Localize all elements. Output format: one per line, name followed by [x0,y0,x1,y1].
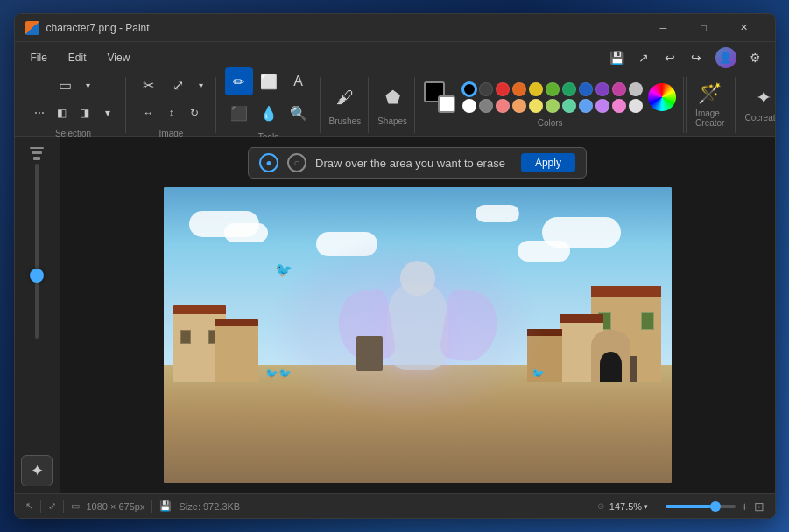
shapes-button[interactable]: ⬟ [378,83,406,111]
menu-view[interactable]: View [99,48,139,67]
color-picker-button[interactable] [648,83,676,111]
color-gray[interactable] [479,99,493,113]
color-white[interactable] [462,99,476,113]
selection-tool-button[interactable]: ▭ [52,71,80,99]
erase-icon-inactive[interactable]: ○ [287,153,306,172]
crop-button[interactable]: ✂ [135,71,163,99]
avatar[interactable]: 👤 [715,47,736,68]
color-pink[interactable] [612,82,626,96]
zoom-dot-icon: ⊙ [597,501,604,511]
color-mint[interactable] [562,99,576,113]
color-light-red[interactable] [496,99,510,113]
brush-size-indicator [28,144,46,160]
color-light-gray[interactable] [629,82,643,96]
file-size: Size: 972.3KB [179,501,240,512]
arch-opening [600,352,622,382]
selection-group: ▭ ▾ ⋯ ◧ ◨ ▾ Selection [22,77,126,133]
flip-h[interactable]: ↔ [138,102,159,123]
canvas-area[interactable]: ● ○ Draw over the area you want to erase… [60,136,775,494]
image-creator-icon: 🪄 [698,82,722,105]
window-1 [180,330,191,344]
canvas-image[interactable]: 🐦 🐦🐦 🐦 [164,187,672,483]
minimize-button[interactable]: ─ [644,14,684,42]
color-lavender[interactable] [595,99,609,113]
color-green[interactable] [546,82,560,96]
zoom-controls: ⊙ 147.5% ▾ − + ⊡ [597,500,764,514]
maximize-button[interactable]: □ [684,14,724,42]
color-palette [462,82,643,113]
undo-button[interactable]: ↩ [658,46,682,70]
erase-bar-text: Draw over the area you want to erase [315,157,505,170]
zoom-slider[interactable] [666,505,736,508]
redo-button[interactable]: ↪ [684,46,708,70]
color-light-green[interactable] [546,99,560,113]
roof-2 [215,319,258,326]
toolbar-right: 🪄 Image Creator ✦ Cocreator ⧉ Layers [686,77,775,133]
color-dark-gray[interactable] [479,82,493,96]
selection-sub2[interactable]: ◧ [52,102,73,123]
text-button[interactable]: A [285,67,313,95]
selection-buttons: ▭ ▾ [52,71,95,99]
figure-head [400,261,435,296]
magic-wand-button[interactable]: ✦ [21,455,53,486]
magnifier-button[interactable]: 🔍 [285,99,313,127]
shapes-label: Shapes [377,116,407,126]
resize-button[interactable]: ⤢ [165,71,193,99]
selection-dropdown[interactable]: ▾ [81,71,95,99]
fit-button[interactable]: ⊡ [754,500,764,514]
cocreator-group[interactable]: ✦ Cocreator [735,77,775,133]
color-red[interactable] [496,82,510,96]
cocreator-label: Cocreator [744,113,775,122]
color-light-yellow[interactable] [529,99,543,113]
color-yellow[interactable] [529,82,543,96]
selection-sub3b[interactable]: ▾ [97,102,118,123]
zoom-percentage[interactable]: 147.5% ▾ [609,501,648,512]
apply-button[interactable]: Apply [521,153,575,172]
color-peach[interactable] [512,99,526,113]
building-left-2 [215,326,258,382]
scene-figure [342,241,494,412]
save-button[interactable]: 💾 [605,46,630,70]
settings-button[interactable]: ⚙ [743,46,768,70]
divider-2 [63,500,64,513]
size-line-1 [28,144,46,144]
selection-sub1[interactable]: ⋯ [29,102,50,123]
share-button[interactable]: ↗ [631,46,656,70]
pencil-button[interactable]: ✏ [225,67,253,95]
rotate-button[interactable]: ↻ [184,102,205,123]
selection-sub3[interactable]: ◨ [74,102,95,123]
color-blue[interactable] [579,82,593,96]
color-rose[interactable] [612,99,626,113]
zoom-out-button[interactable]: − [653,500,660,514]
zoom-in-button[interactable]: + [741,500,748,514]
roof-1 [173,305,226,314]
brush-button[interactable]: 🖌 [331,83,359,111]
main-content: ✦ ● ○ Draw over the area you want to era… [15,136,775,494]
color-sky[interactable] [579,99,593,113]
brushes-group: 🖌 Brushes [322,77,370,133]
left-sidebar: ✦ [15,136,60,494]
menu-file[interactable]: File [22,48,56,67]
color-orange[interactable] [512,82,526,96]
cocreator-icon: ✦ [756,87,771,109]
menu-edit[interactable]: Edit [60,48,95,67]
eraser-button[interactable]: ⬜ [255,67,283,95]
divider-1 [40,500,41,513]
color-silver[interactable] [629,99,643,113]
expand-icon: ⤢ [48,500,56,512]
eyedropper-button[interactable]: 💧 [255,99,283,127]
color-teal[interactable] [562,82,576,96]
background-color[interactable] [438,95,455,113]
close-button[interactable]: ✕ [724,14,764,42]
erase-bar: ● ○ Draw over the area you want to erase… [248,147,587,178]
image-group: ✂ ⤢ ▾ ↔ ↕ ↻ Image [128,77,216,133]
brush-size-slider[interactable] [35,164,39,339]
erase-icon-active[interactable]: ● [259,153,278,172]
tools-row2: ⬛ 💧 🔍 [225,99,313,127]
color-purple[interactable] [595,82,609,96]
flip-v[interactable]: ↕ [161,102,182,123]
resize-dropdown[interactable]: ▾ [194,71,208,99]
roof-4 [560,314,603,323]
fill-button[interactable]: ⬛ [225,99,253,127]
color-black[interactable] [462,82,476,96]
